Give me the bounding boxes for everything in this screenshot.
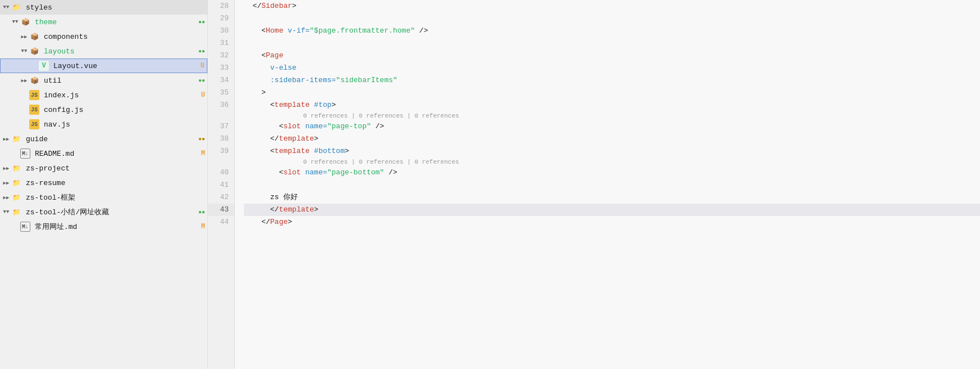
code-token: /> — [371, 122, 384, 130]
sidebar-item-styles[interactable]: ▼📁styles — [0, 0, 207, 15]
code-line: <slot name="page-top" /> — [244, 120, 980, 133]
line-number: 31 — [208, 37, 234, 50]
code-line: > — [244, 87, 980, 99]
code-token: < — [244, 147, 275, 155]
code-editor: 2829303132333435363738394041424344 </Sid… — [208, 0, 980, 369]
code-line: <Page — [244, 50, 980, 62]
code-line: </template> — [244, 204, 980, 216]
folder-icon: 📁 — [11, 2, 21, 12]
references-hint: 0 references | 0 references | 0 referenc… — [244, 111, 980, 120]
chevron-icon: ▼ — [20, 47, 28, 56]
code-token: </ — [244, 2, 261, 10]
code-line: zs 你好 — [244, 191, 980, 204]
status-dot-green: ● — [198, 78, 205, 84]
code-token: </ — [244, 205, 279, 214]
code-token: </ — [244, 134, 279, 143]
code-token: name= — [301, 168, 327, 177]
code-token: > — [314, 134, 319, 143]
item-label: guide — [26, 135, 198, 143]
sidebar-item-layouts[interactable]: ▼📦layouts● — [0, 44, 207, 58]
sidebar-item-components[interactable]: ▶📦components — [0, 29, 207, 44]
code-token: > — [244, 88, 266, 97]
line-number: 28 — [208, 0, 234, 12]
code-content: </Sidebar> <Home v-if="$page.frontmatter… — [235, 0, 980, 369]
item-label: 常用网址.md — [35, 222, 201, 232]
md-icon: M↓ — [20, 148, 30, 159]
line-number: 34 — [208, 74, 234, 87]
code-token: < — [244, 101, 275, 109]
line-number: 44 — [208, 216, 234, 228]
code-token: < — [244, 26, 266, 35]
code-token: name= — [301, 122, 327, 130]
line-number: 43 — [208, 204, 234, 216]
line-number: 40 — [208, 166, 234, 179]
code-line: <template #top> — [244, 99, 980, 111]
line-number: 30 — [208, 25, 234, 37]
line-number-ref-row — [208, 158, 234, 166]
vue-icon: V — [39, 61, 49, 71]
code-token: < — [244, 168, 283, 177]
code-line: </Sidebar> — [244, 0, 980, 12]
sidebar-item-Layout-vue[interactable]: VLayout.vueU — [0, 58, 207, 73]
code-token: > — [332, 101, 336, 109]
code-token: "$page.frontmatter.home" — [310, 26, 415, 35]
js-icon: JS — [29, 119, 39, 129]
line-number: 29 — [208, 12, 234, 25]
code-token: #top — [310, 101, 332, 109]
code-token: template — [279, 134, 314, 143]
code-line: <slot name="page-bottom" /> — [244, 166, 980, 179]
item-label: zs-resume — [26, 179, 205, 187]
code-token: Page — [266, 51, 283, 60]
sidebar-item-zs-tool---[interactable]: ▶📁zs-tool-框架 — [0, 190, 207, 205]
sidebar-item-README-md[interactable]: M↓README.mdM — [0, 146, 207, 161]
item-label: layouts — [44, 47, 198, 56]
badge-untracked: U — [201, 62, 205, 70]
item-label: util — [44, 76, 198, 85]
js-icon: JS — [29, 90, 39, 100]
line-number: 35 — [208, 87, 234, 99]
badge-modified: M — [201, 150, 205, 158]
code-token: > — [288, 218, 292, 226]
chevron-icon: ▼ — [2, 208, 10, 217]
chevron-icon: ▼ — [11, 17, 19, 26]
status-dot-green: ● — [198, 209, 205, 215]
line-number: 37 — [208, 120, 234, 133]
folder-icon: 📁 — [11, 207, 21, 217]
line-number: 42 — [208, 191, 234, 204]
sidebar-item-config-js[interactable]: JSconfig.js — [0, 102, 207, 117]
sidebar-item------md[interactable]: M↓常用网址.mdM — [0, 219, 207, 234]
item-label: config.js — [44, 106, 205, 114]
code-token: slot — [283, 122, 301, 130]
sidebar-item-zs-tool---[interactable]: ▼📁zs-tool-小结/网址收藏● — [0, 205, 207, 219]
sidebar-item-zs-resume[interactable]: ▶📁zs-resume — [0, 176, 207, 190]
code-token: #bottom — [310, 147, 344, 155]
code-token: Home — [266, 26, 283, 35]
sidebar-item-nav-js[interactable]: JSnav.js — [0, 117, 207, 132]
item-label: styles — [26, 3, 205, 12]
item-label: README.md — [35, 150, 201, 158]
sidebar-item-zs-project[interactable]: ▶📁zs-project — [0, 161, 207, 176]
code-token: Page — [270, 218, 288, 226]
code-line: v-else — [244, 62, 980, 74]
sidebar-item-guide[interactable]: ▶📁guide● — [0, 132, 207, 146]
line-number-ref-row — [208, 111, 234, 120]
code-token: > — [292, 2, 297, 10]
code-token: template — [275, 147, 310, 155]
item-label: zs-tool-小结/网址收藏 — [26, 207, 198, 217]
item-label: zs-project — [26, 164, 205, 173]
sidebar-item-index-js[interactable]: JSindex.jsU — [0, 88, 207, 102]
sidebar-item-theme[interactable]: ▼📦theme● — [0, 15, 207, 29]
chevron-icon: ▶ — [20, 76, 28, 85]
chevron-icon: ▼ — [2, 3, 10, 12]
code-line — [244, 179, 980, 191]
item-label: index.js — [44, 91, 201, 100]
item-label: zs-tool-框架 — [26, 192, 205, 202]
file-tree-sidebar[interactable]: ▼📁styles▼📦theme●▶📦components▼📦layouts●VL… — [0, 0, 208, 369]
badge-modified: M — [201, 223, 205, 231]
line-number: 33 — [208, 62, 234, 74]
code-token: > — [314, 205, 319, 214]
line-number: 41 — [208, 179, 234, 191]
sidebar-item-util[interactable]: ▶📦util● — [0, 73, 207, 88]
code-line: </template> — [244, 133, 980, 145]
chevron-icon: ▶ — [2, 164, 10, 173]
